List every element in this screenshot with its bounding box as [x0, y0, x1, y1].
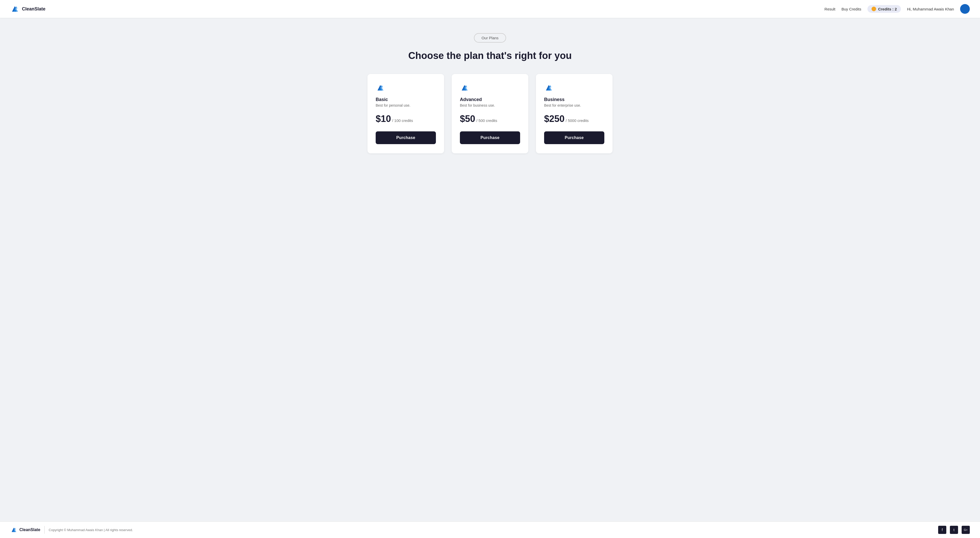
plan-desc-0: Best for personal use. — [375, 103, 436, 107]
plan-desc-1: Best for business use. — [460, 103, 520, 107]
plan-price-suffix-0: / 100 credits — [392, 118, 413, 123]
plan-card-advanced: Advanced Best for business use. $50 / 50… — [452, 74, 528, 153]
credits-badge[interactable]: Credits : 2 — [867, 5, 901, 13]
plan-price-area-1: $50 / 500 credits — [460, 114, 520, 124]
header: CleanSlate Result Buy Credits Credits : … — [0, 0, 980, 18]
footer-left: CleanSlate Copyright © Muhammad Awais Kh… — [10, 526, 133, 534]
plan-card-business: Business Best for enterprise use. $250 /… — [536, 74, 612, 153]
facebook-icon[interactable]: f — [938, 526, 946, 534]
buy-credits-nav-link[interactable]: Buy Credits — [842, 7, 861, 11]
footer-logo-area: CleanSlate — [10, 526, 40, 533]
cleanslate-logo-icon — [10, 4, 19, 14]
plan-card-basic: Basic Best for personal use. $10 / 100 c… — [368, 74, 444, 153]
footer-social: f t G+ — [938, 526, 970, 534]
footer-copyright: Copyright © Muhammad Awais Khan | All ri… — [49, 528, 133, 532]
twitter-icon[interactable]: t — [950, 526, 958, 534]
plan-name-2: Business — [544, 97, 605, 102]
plan-price-1: $50 — [460, 114, 475, 124]
main-content: Our Plans Choose the plan that's right f… — [0, 18, 980, 521]
plan-price-suffix-2: / 5000 credits — [566, 118, 589, 123]
purchase-button-1[interactable]: Purchase — [460, 132, 520, 144]
user-greeting: Hi, Muhammad Awais Khan — [907, 7, 954, 11]
purchase-button-2[interactable]: Purchase — [544, 132, 605, 144]
credits-dot-icon — [872, 6, 876, 11]
plan-logo-icon-1 — [460, 83, 469, 92]
plan-logo-icon-0 — [375, 83, 385, 92]
plan-price-suffix-1: / 500 credits — [476, 118, 497, 123]
header-logo-text: CleanSlate — [22, 6, 45, 12]
plans-grid: Basic Best for personal use. $10 / 100 c… — [350, 74, 630, 153]
header-nav: Result Buy Credits Credits : 2 Hi, Muham… — [824, 4, 970, 14]
plan-price-2: $250 — [544, 114, 565, 124]
plan-price-area-0: $10 / 100 credits — [375, 114, 436, 124]
googleplus-icon[interactable]: G+ — [962, 526, 970, 534]
logo-area: CleanSlate — [10, 4, 45, 14]
plan-logo-icon-2 — [544, 83, 553, 92]
main-heading: Choose the plan that's right for you — [408, 50, 572, 61]
plan-name-0: Basic — [375, 97, 436, 102]
footer-cleanslate-logo-icon — [10, 526, 18, 533]
plan-price-area-2: $250 / 5000 credits — [544, 114, 605, 124]
plans-badge: Our Plans — [474, 33, 506, 43]
footer: CleanSlate Copyright © Muhammad Awais Kh… — [0, 521, 980, 538]
purchase-button-0[interactable]: Purchase — [375, 132, 436, 144]
footer-logo-text: CleanSlate — [19, 527, 40, 532]
plan-price-0: $10 — [375, 114, 391, 124]
plan-desc-2: Best for enterprise use. — [544, 103, 605, 107]
user-avatar[interactable] — [960, 4, 970, 14]
result-nav-link[interactable]: Result — [824, 7, 835, 11]
credits-label: Credits : 2 — [878, 7, 897, 11]
plan-name-1: Advanced — [460, 97, 520, 102]
